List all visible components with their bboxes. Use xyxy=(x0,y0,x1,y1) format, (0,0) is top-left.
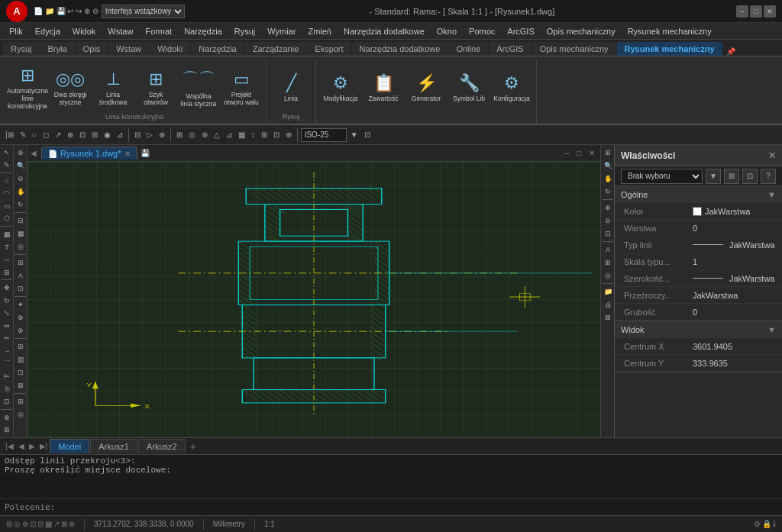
lt-select[interactable]: ↖ xyxy=(1,147,13,159)
lt-fillet[interactable]: ⌒ xyxy=(1,358,13,370)
canvas-nav-left[interactable]: ◀ xyxy=(31,149,37,157)
minimize-button[interactable]: – xyxy=(736,5,748,18)
rt-c[interactable]: ⊡ xyxy=(602,227,614,240)
tab-nav-last[interactable]: ▶| xyxy=(37,442,50,450)
lt2-i[interactable]: ◎ xyxy=(15,408,27,421)
canvas-tab-rysunek[interactable]: 📄 Rysunek 1.dwg* ✕ xyxy=(41,147,137,160)
toolbar-btn-18[interactable]: ⊿ xyxy=(224,130,234,140)
status-snap-2[interactable]: ◎ xyxy=(14,520,21,528)
toolbar-btn-19[interactable]: ▦ xyxy=(236,130,247,140)
lt2-view1[interactable]: ⊟ xyxy=(15,214,27,227)
lt-dim[interactable]: ↔ xyxy=(1,253,13,266)
menu-plik[interactable]: Plik xyxy=(3,25,29,37)
btn-linia-srodkowa[interactable]: ⊥ Linia środkowa xyxy=(93,66,133,109)
btn-generator[interactable]: ⚡ Generator xyxy=(406,66,446,109)
lt2-c[interactable]: ⊕ xyxy=(15,324,27,337)
btn-projekt-otworu[interactable]: ▭ Projekt otworu wału xyxy=(221,66,261,109)
prop-btn-1[interactable]: ▼ xyxy=(706,169,721,184)
tab-nav-first[interactable]: |◀ xyxy=(3,442,16,450)
menu-opis-mech[interactable]: Opis mechaniczny xyxy=(541,25,622,37)
canvas-tab-close[interactable]: ✕ xyxy=(124,150,131,158)
tab-opis[interactable]: Opis xyxy=(76,42,108,56)
toolbar-btn-10[interactable]: ⊿ xyxy=(115,130,125,140)
toolbar-btn-23[interactable]: ⊕ xyxy=(283,130,294,140)
btn-auto-linie[interactable]: ⊞ Automatyczne linie konstrukcyjne xyxy=(8,66,47,109)
toolbar-btn-6[interactable]: ⊕ xyxy=(65,130,76,140)
add-tab-btn[interactable]: + xyxy=(187,440,199,453)
prop-btn-4[interactable]: ? xyxy=(761,169,776,184)
properties-close[interactable]: ✕ xyxy=(768,150,776,161)
menu-rysunek-mech[interactable]: Rysunek mechaniczny xyxy=(622,25,718,37)
toolbar-btn-22[interactable]: ⊡ xyxy=(271,130,282,140)
toolbar-btn-2[interactable]: ✎ xyxy=(18,130,28,140)
lt-array[interactable]: ⊡ xyxy=(1,395,13,408)
menu-pomoc[interactable]: Pomoc xyxy=(463,25,501,37)
toolbar-btn-12[interactable]: ▷ xyxy=(144,130,155,140)
status-snap-3[interactable]: ⊕ xyxy=(22,520,28,528)
lt2-text[interactable]: A xyxy=(15,269,27,282)
lt-block[interactable]: ⊞ xyxy=(1,266,13,279)
toolbar-btn-4[interactable]: ◻ xyxy=(40,130,51,140)
tab-rysunek-mech-ribbon[interactable]: Rysunek mechaniczny xyxy=(617,42,722,56)
toolbar-btn-20[interactable]: ↕ xyxy=(249,130,257,140)
prop-section-general-header[interactable]: Ogólne ▼ xyxy=(615,186,782,203)
status-snap-9[interactable]: ⊗ xyxy=(69,520,75,528)
toolbar-btn-21[interactable]: ⊞ xyxy=(259,130,270,140)
rt-g[interactable]: 📁 xyxy=(602,285,614,298)
lt2-zoom-in[interactable]: 🔍 xyxy=(15,160,27,172)
lt2-zoom-all[interactable]: ⊕ xyxy=(15,147,27,159)
lt-rect[interactable]: ▭ xyxy=(1,200,13,212)
prop-btn-2[interactable]: ⊞ xyxy=(724,169,739,184)
btn-szyk[interactable]: ⊞ Szyk otworów xyxy=(136,66,176,109)
tab-online[interactable]: Online xyxy=(448,42,488,56)
toolbar-btn-9[interactable]: ◉ xyxy=(102,130,113,140)
workspace-selector[interactable]: Interfejs wstążkowy xyxy=(102,5,185,18)
canvas-restore[interactable]: □ xyxy=(574,149,583,157)
lt-extend[interactable]: → xyxy=(1,345,13,357)
toolbar-btn-iso-arrow[interactable]: ▼ xyxy=(348,130,360,140)
rt-h[interactable]: 🖨 xyxy=(602,298,614,311)
status-snap-8[interactable]: ⊠ xyxy=(61,520,67,528)
lt2-pan[interactable]: ✋ xyxy=(15,185,27,198)
canvas-tab-save[interactable]: 💾 xyxy=(141,149,150,157)
toolbar-btn-14[interactable]: ⊞ xyxy=(174,130,185,140)
lt-hatch[interactable]: ▦ xyxy=(1,228,13,240)
menu-wstaw[interactable]: Wstaw xyxy=(102,25,139,37)
tab-bryla[interactable]: Bryła xyxy=(40,42,75,56)
rt-a[interactable]: ⊕ xyxy=(602,202,614,214)
tab-opis-mech-ribbon[interactable]: Opis mechaniczny xyxy=(532,42,616,56)
rt-e[interactable]: ⊞ xyxy=(602,256,614,269)
toolbar-btn-24[interactable]: ⊡ xyxy=(362,130,373,140)
lt-scale[interactable]: ⤡ xyxy=(1,307,13,319)
menu-edycja[interactable]: Edycja xyxy=(29,25,66,37)
tab-wstaw[interactable]: Wstaw xyxy=(108,42,149,56)
status-gear[interactable]: ⚙ xyxy=(754,520,761,528)
menu-widok[interactable]: Widok xyxy=(66,25,102,37)
lt2-g[interactable]: ⊠ xyxy=(15,379,27,392)
toolbar-btn-13[interactable]: ⊕ xyxy=(157,130,167,140)
lt2-prop[interactable]: ⊞ xyxy=(15,256,27,269)
command-input[interactable] xyxy=(58,503,777,512)
lt-move[interactable]: ✥ xyxy=(1,282,13,294)
status-snap-7[interactable]: ↗ xyxy=(53,520,60,528)
lt-circle[interactable]: ○ xyxy=(1,175,13,187)
status-snap-1[interactable]: ⊞ xyxy=(6,520,12,528)
toolbar-btn-3[interactable]: ○ xyxy=(30,130,39,140)
lt2-h[interactable]: ⊞ xyxy=(15,395,27,408)
status-snap-4[interactable]: ⊡ xyxy=(30,520,36,528)
btn-linia[interactable]: ╱ Linia xyxy=(271,66,311,109)
toolbar-btn-11[interactable]: ⊟ xyxy=(132,130,143,140)
tab-arkusz2[interactable]: Arkusz2 xyxy=(138,439,186,453)
lt2-f[interactable]: ⊡ xyxy=(15,366,27,379)
toolbar-btn-15[interactable]: ◎ xyxy=(186,130,198,140)
tab-nav-next[interactable]: ▶ xyxy=(27,442,37,450)
lt2-b[interactable]: ⊗ xyxy=(15,311,27,324)
tab-eksport[interactable]: Eksport xyxy=(307,42,351,56)
tab-rysuj[interactable]: Rysuj xyxy=(3,42,40,56)
menu-narzedzia[interactable]: Narzędzia xyxy=(178,25,228,37)
drawing-canvas[interactable]: Y X xyxy=(27,162,600,437)
lt-layer[interactable]: ⊕ xyxy=(1,411,13,424)
canvas-close[interactable]: ✕ xyxy=(586,149,597,157)
btn-konfiguracja[interactable]: ⚙ Konfiguracja xyxy=(492,66,532,109)
lt2-a[interactable]: ✦ xyxy=(15,298,27,311)
